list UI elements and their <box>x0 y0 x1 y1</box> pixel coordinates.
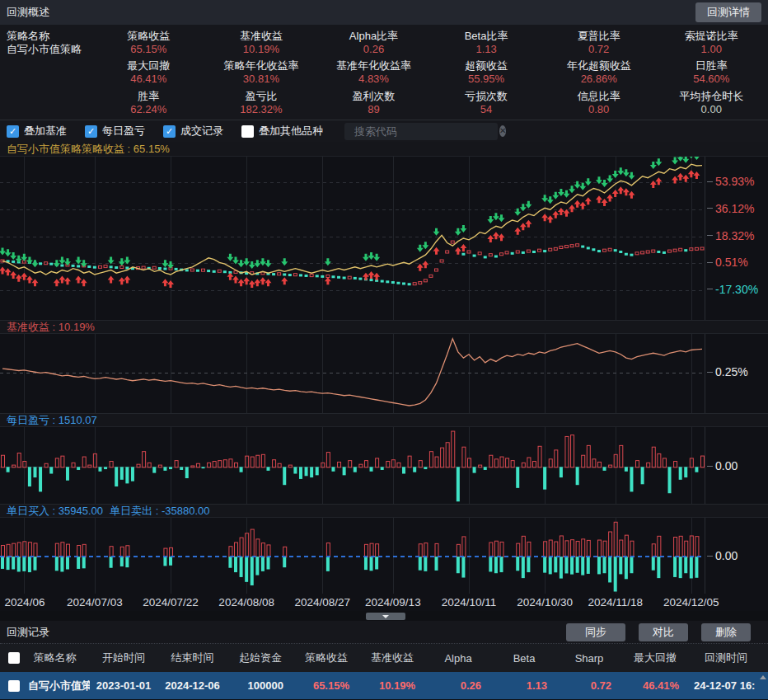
stat-label: 平均持仓时长 <box>679 90 743 102</box>
select-all-checkbox[interactable] <box>8 652 20 664</box>
cell-sharp: 0.72 <box>557 679 621 692</box>
stat-label: 信息比率 <box>578 90 620 102</box>
stat-cell: 超额收益55.95% <box>430 58 543 88</box>
checkbox-label: 叠加其他品种 <box>259 124 323 139</box>
checkbox-label: 叠加基准 <box>24 124 67 139</box>
axis-tick-label: 0.51% <box>707 256 748 269</box>
stat-label: Alpha比率 <box>349 30 398 42</box>
records-table-row[interactable]: 自写小市值策略2023-01-012024-12-0610000065.15%1… <box>0 672 768 699</box>
benchmark-chart-axis: 0.25% <box>705 334 768 413</box>
stat-cell: 年化超额收益26.86% <box>542 58 655 88</box>
stat-value: 10.19% <box>243 43 279 55</box>
column-header: 结束时间 <box>157 651 227 665</box>
stat-label: 策略名称 <box>7 30 49 42</box>
cell-beta: 1.13 <box>491 679 557 692</box>
checkbox-unchecked-icon[interactable] <box>241 125 254 138</box>
compare-button[interactable]: 对比 <box>639 623 688 641</box>
sync-button[interactable]: 同步 <box>566 623 625 641</box>
stat-value: 89 <box>368 103 379 115</box>
column-header: 策略收益 <box>293 651 359 665</box>
benchmark-return-chart[interactable] <box>0 334 705 413</box>
date-label: 2024/07/03 <box>67 596 123 608</box>
checkbox-checked-icon[interactable]: ✓ <box>85 125 97 138</box>
date-label: 2024/10/11 <box>442 596 497 608</box>
trades-chart-title-row: 单日买入 : 35945.00 单日卖出 : -35880.00 <box>0 505 768 518</box>
cell-max-drawdown: 46.41% <box>621 679 689 692</box>
column-header: 策略名称 <box>20 651 90 665</box>
stat-value: 30.81% <box>243 73 279 85</box>
overlay-checkbox[interactable]: 叠加其他品种 <box>241 124 323 139</box>
records-table-header: 策略名称开始时间结束时间起始资金策略收益基准收益AlphaBetaSharp最大… <box>0 644 768 672</box>
cell-backtest-time: 24-12-07 16: <box>689 679 763 692</box>
stat-cell <box>0 58 92 88</box>
stat-cell: Alpha比率0.26 <box>317 27 430 58</box>
backtest-detail-button[interactable]: 回测详情 <box>695 2 761 22</box>
date-label: 2024/07/22 <box>143 596 199 608</box>
stat-value: 1.13 <box>475 43 496 55</box>
table-scroll-up-icon[interactable] <box>760 675 766 679</box>
search-box[interactable]: ✕ <box>344 123 498 140</box>
stat-label: 索提诺比率 <box>685 30 738 42</box>
clear-search-icon[interactable]: ✕ <box>499 125 506 137</box>
cell-strategy-name: 自写小市值策略 <box>20 679 90 693</box>
page-title: 回测概述 <box>7 5 49 20</box>
chart-panels: 自写小市值策略策略收益 : 65.15% 53.93%36.12%18.32%0… <box>0 142 768 611</box>
stat-cell: 平均持仓时长0.00 <box>655 87 768 118</box>
checkbox-checked-icon[interactable]: ✓ <box>7 125 19 138</box>
cell-strategy-return: 65.15% <box>293 679 359 692</box>
overlay-checkbox[interactable]: ✓每日盈亏 <box>85 124 145 139</box>
daily-pnl-chart[interactable] <box>0 427 705 504</box>
axis-tick-label: 0.00 <box>707 459 738 472</box>
stat-value: 0.00 <box>701 103 722 115</box>
column-header: Alpha <box>425 652 491 665</box>
backtest-app: 回测概述 回测详情 策略名称自写小市值策略策略收益65.15%基准收益10.19… <box>0 0 768 700</box>
stat-value: 4.83% <box>358 73 389 85</box>
delete-button[interactable]: 删除 <box>701 623 751 641</box>
stat-label: 策略年化收益率 <box>223 59 298 72</box>
strategy-chart-axis: 53.93%36.12%18.32%0.51%-17.30% <box>705 157 768 320</box>
strategy-return-chart[interactable] <box>0 157 705 320</box>
stat-cell: Beta比率1.13 <box>430 27 543 58</box>
top-bar: 回测概述 回测详情 <box>0 0 768 25</box>
stat-value: 55.95% <box>468 73 504 85</box>
stat-value: 54 <box>480 103 492 115</box>
strategy-chart-title: 自写小市值策略策略收益 : 65.15% <box>7 142 170 157</box>
pnl-chart-title-row: 每日盈亏 : 1510.07 <box>0 414 768 427</box>
search-input[interactable] <box>354 125 499 138</box>
stat-label: 日胜率 <box>695 59 728 72</box>
axis-tick-label: 53.93% <box>707 175 754 188</box>
date-label: 2024/08/08 <box>218 596 274 608</box>
stat-cell: 盈亏比182.32% <box>205 87 318 118</box>
stat-value: 46.41% <box>130 73 166 85</box>
stat-cell <box>0 87 92 118</box>
stat-label: 年化超额收益 <box>567 59 631 72</box>
benchmark-chart-title-row: 基准收益 : 10.19% <box>0 321 768 334</box>
stat-value: 1.00 <box>701 43 722 55</box>
overlay-checkbox[interactable]: ✓成交记录 <box>163 124 223 139</box>
date-label: 2024/11/18 <box>588 596 643 608</box>
chart-scroll-track <box>0 611 768 621</box>
trades-chart-axis: 0.00 <box>705 518 768 594</box>
daily-trades-chart[interactable] <box>0 518 705 594</box>
stat-label: 胜率 <box>138 90 159 102</box>
stat-cell: 夏普比率0.72 <box>542 27 655 58</box>
stat-label: 夏普比率 <box>578 30 620 42</box>
stat-label: 盈利次数 <box>352 90 395 102</box>
stat-label: 盈亏比 <box>245 90 277 102</box>
checkbox-checked-icon[interactable]: ✓ <box>163 125 176 138</box>
records-title: 回测记录 <box>7 625 553 640</box>
column-header: Sharp <box>557 652 621 665</box>
cell-alpha: 0.26 <box>425 679 491 692</box>
axis-tick-label: 0.00 <box>707 549 738 562</box>
axis-tick-label: 36.12% <box>707 202 754 215</box>
overlay-checkbox[interactable]: ✓叠加基准 <box>7 124 67 139</box>
overlay-checkbox-group: ✓叠加基准✓每日盈亏✓成交记录叠加其他品种 <box>7 124 341 139</box>
stat-cell: 索提诺比率1.00 <box>655 27 768 58</box>
row-checkbox[interactable] <box>8 680 20 692</box>
records-bar: 回测记录 同步 对比 删除 <box>0 621 768 644</box>
stat-cell: 胜率62.24% <box>92 87 205 118</box>
chart-scrollbar[interactable] <box>366 613 405 620</box>
column-header: Beta <box>491 652 557 665</box>
column-header: 开始时间 <box>90 651 157 665</box>
stat-cell: 策略名称自写小市值策略 <box>0 27 92 58</box>
